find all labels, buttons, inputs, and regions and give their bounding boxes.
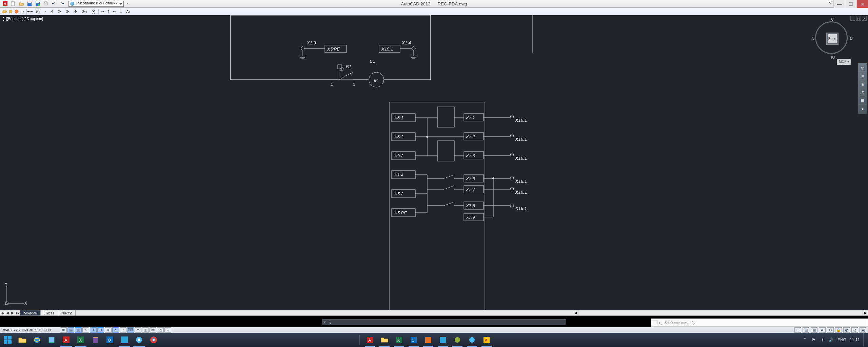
tray-volume-icon[interactable]: 🔊 — [829, 337, 834, 343]
tab-first-icon[interactable]: ⏮ — [0, 310, 5, 315]
ie-icon[interactable] — [30, 333, 44, 347]
chevron-down-icon[interactable] — [20, 8, 26, 15]
chrome-icon[interactable] — [146, 333, 161, 347]
outlook-icon[interactable]: O — [103, 333, 117, 347]
autocad-icon[interactable]: A — [59, 333, 73, 347]
layout-hscroll[interactable]: ◀ ▶ — [573, 310, 868, 315]
infer-icon[interactable]: ⊞ — [60, 327, 67, 333]
qp-icon[interactable]: ▭ — [150, 327, 156, 333]
cr4: X16:1 — [515, 190, 527, 195]
lock-ui-icon[interactable]: 🔒 — [835, 327, 842, 333]
tray-network-icon[interactable]: 🖧 — [820, 337, 825, 343]
tpy-icon[interactable]: ◫ — [142, 327, 149, 333]
arrow-right-icon[interactable]: → — [99, 8, 105, 15]
ducs-icon[interactable]: ⟀ — [120, 327, 126, 333]
arrow-up-icon[interactable]: ↑ — [105, 8, 112, 15]
new-icon[interactable] — [9, 0, 17, 7]
am-icon[interactable]: ⊕ — [164, 327, 171, 333]
dash-icon[interactable] — [27, 8, 34, 15]
start-button[interactable] — [1, 333, 15, 347]
tray-time[interactable]: 11:11 — [850, 338, 860, 342]
model-space-icon[interactable]: □ — [794, 327, 801, 333]
tray-showdesktop[interactable] — [863, 333, 866, 347]
ortho-icon[interactable]: ⊾ — [82, 327, 89, 333]
ann-item-4[interactable]: 2• — [56, 9, 64, 14]
quickview-layouts-icon[interactable]: ▥ — [803, 327, 809, 333]
excel-icon[interactable]: X — [74, 333, 88, 347]
clean-screen-icon[interactable]: ▣ — [860, 327, 866, 333]
annoscale-icon[interactable]: A — [819, 327, 826, 333]
3dosnap-icon[interactable]: ◈ — [105, 327, 112, 333]
close-button[interactable]: ✕ — [856, 0, 868, 8]
tb-explorer-2[interactable] — [378, 333, 391, 347]
tb-app-3[interactable] — [422, 333, 435, 347]
workspace-switch-icon[interactable]: ⚙ — [827, 327, 834, 333]
scroll-left-icon[interactable]: ◀ — [573, 310, 578, 315]
tb-excel-2[interactable]: X — [393, 333, 406, 347]
scroll-right-icon[interactable]: ▶ — [863, 310, 868, 315]
viewport[interactable]: [–][Верхняя][2D каркас] – □ × Верх С В Ю… — [0, 15, 868, 310]
ann-item-2[interactable]: • — [42, 9, 48, 14]
file-explorer-icon[interactable] — [15, 333, 29, 347]
tab-sheet2[interactable]: Лист2 — [58, 310, 76, 315]
hardware-accel-icon[interactable]: ◐ — [843, 327, 850, 333]
tab-next-icon[interactable]: ▶ — [10, 310, 15, 315]
otrack-icon[interactable]: ∠ — [112, 327, 119, 333]
qat-more-icon[interactable] — [124, 0, 129, 7]
ann-item-8[interactable]: (•) — [89, 9, 98, 14]
browser-icon[interactable] — [132, 333, 146, 347]
tray-up-icon[interactable]: ˄ — [802, 337, 808, 343]
workspace-dropdown[interactable]: Рисование и аннотации — [68, 1, 124, 7]
lwt-icon[interactable]: ≡ — [135, 327, 141, 333]
dyn-icon[interactable]: ⌨ — [127, 327, 134, 333]
drawing-area[interactable]: [–][Верхняя][2D каркас] – □ × Верх С В Ю… — [0, 15, 868, 310]
tb-app-6[interactable] — [466, 333, 478, 347]
command-input[interactable]: ▸_ Введите команду — [651, 319, 868, 327]
help-icon[interactable]: ? — [829, 1, 831, 6]
ann-item-5[interactable]: 3• — [64, 9, 72, 14]
saveas-icon[interactable] — [34, 0, 41, 7]
tray-flag-icon[interactable]: ⚑ — [811, 337, 816, 343]
minimize-button[interactable]: — — [833, 0, 845, 8]
snap-icon[interactable]: ▦ — [67, 327, 74, 333]
restore-button[interactable]: ☐ — [845, 0, 856, 8]
ann-item-1[interactable]: (•) — [34, 9, 42, 14]
quickview-drawings-icon[interactable]: ▦ — [811, 327, 817, 333]
tray-lang[interactable]: ENG — [837, 338, 846, 342]
tab-prev-icon[interactable]: ◀ — [5, 310, 10, 315]
cloud-icon[interactable] — [1, 8, 7, 15]
cmd-toggle-icon[interactable]: ↘ — [327, 320, 332, 325]
redo-icon[interactable] — [58, 0, 66, 7]
app-menu-button[interactable]: A — [1, 0, 9, 7]
polar-icon[interactable]: ✶ — [90, 327, 97, 333]
app-other-icon[interactable] — [117, 333, 132, 347]
tab-last-icon[interactable]: ⏭ — [15, 310, 20, 315]
ann-item-6[interactable]: 4• — [72, 9, 80, 14]
open-icon[interactable] — [18, 0, 25, 7]
arrow-down-icon[interactable]: ↓ — [118, 8, 124, 15]
tab-sheet1[interactable]: Лист1 — [41, 310, 58, 315]
tb-app-7[interactable]: A — [480, 333, 493, 347]
cmd-close-icon[interactable]: × — [322, 320, 327, 324]
command-float-bar[interactable]: × ↘ — [322, 319, 566, 325]
isolate-icon[interactable]: ◎ — [851, 327, 858, 333]
ann-item-3[interactable]: •) — [48, 9, 56, 14]
osnap-icon[interactable]: ◇ — [97, 327, 104, 333]
ball-icon[interactable] — [14, 8, 20, 15]
winrar-icon[interactable] — [88, 333, 102, 347]
ann-item-7[interactable]: 2•) — [80, 9, 89, 14]
arrow-left-icon[interactable]: ← — [112, 8, 118, 15]
save-icon[interactable] — [26, 0, 33, 7]
app-generic-icon[interactable] — [44, 333, 59, 347]
grid-icon[interactable]: ▥ — [75, 327, 82, 333]
tb-app-5[interactable] — [451, 333, 464, 347]
sc-icon[interactable]: ◰ — [157, 327, 164, 333]
tb-autocad-2[interactable]: A — [363, 333, 376, 347]
undo-icon[interactable] — [50, 0, 58, 7]
plot-icon[interactable] — [42, 0, 50, 7]
tb-app-4[interactable] — [436, 333, 449, 347]
sun-icon[interactable] — [7, 8, 14, 15]
tab-model[interactable]: Модель — [20, 310, 41, 315]
ann-item-9[interactable]: A↕ — [124, 9, 133, 14]
tb-outlook-2[interactable]: O — [407, 333, 420, 347]
